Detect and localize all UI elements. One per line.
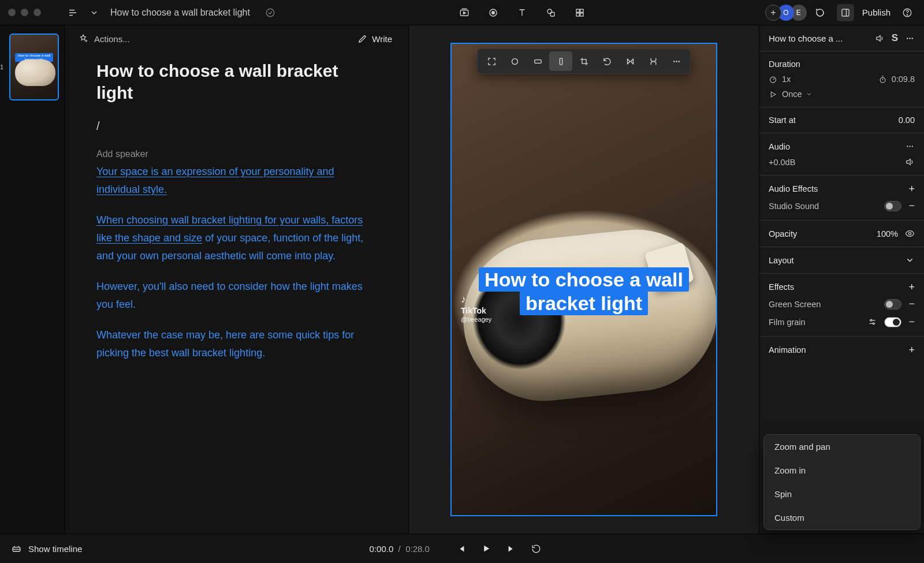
paragraph-1-link[interactable]: Your space is an expression of your pers…: [96, 166, 334, 195]
remove-icon[interactable]: −: [908, 316, 915, 328]
top-bar-right: + O E Publish: [765, 4, 916, 21]
loop-button[interactable]: [531, 544, 541, 554]
add-speaker-button[interactable]: Add speaker: [96, 149, 377, 159]
add-effect-button[interactable]: +: [908, 282, 915, 292]
add-collaborator-button[interactable]: +: [765, 5, 781, 21]
canvas-frame[interactable]: ♪ TikTok @beeagey How to choose a wall b…: [450, 43, 717, 516]
canvas-caption[interactable]: How to choose a wall bracket light: [462, 268, 706, 316]
svg-point-29: [907, 146, 908, 147]
sliders-icon[interactable]: [867, 317, 877, 327]
svg-marker-28: [771, 92, 776, 97]
publish-button[interactable]: Publish: [862, 8, 891, 17]
play-icon: [769, 90, 777, 99]
transport-controls: [456, 543, 541, 554]
add-audio-effect-button[interactable]: +: [908, 184, 915, 194]
aspect-circle-icon[interactable]: [503, 51, 526, 71]
svg-rect-11: [842, 9, 849, 16]
comments-button[interactable]: [811, 4, 829, 21]
paragraph-2[interactable]: When choosing wall bracket lighting for …: [96, 211, 377, 265]
document-title[interactable]: How to choose a wall bracket light: [110, 8, 250, 18]
more-icon[interactable]: [905, 141, 915, 151]
add-animation-button[interactable]: +: [908, 345, 915, 355]
scene-thumbnail[interactable]: How to choose a wall bracket light: [9, 33, 59, 100]
aspect-landscape-icon[interactable]: [526, 51, 549, 71]
loop-value[interactable]: Once: [782, 90, 802, 99]
script-body[interactable]: How to choose a wall bracket light / Add…: [65, 49, 408, 362]
play-button[interactable]: [481, 543, 491, 554]
speed-icon[interactable]: [642, 51, 665, 71]
start-at-row[interactable]: Start at 0.00: [759, 107, 924, 133]
show-timeline-button[interactable]: Show timeline: [12, 544, 82, 554]
svg-point-21: [676, 61, 677, 62]
slash-command[interactable]: /: [96, 120, 377, 133]
duration-label: Duration: [769, 59, 915, 69]
rotate-icon[interactable]: [595, 51, 619, 71]
scene-index: 1: [0, 64, 3, 70]
watermark-handle: @beeagey: [461, 316, 491, 323]
write-button[interactable]: Write: [357, 34, 392, 44]
svg-point-31: [912, 146, 913, 147]
canvas-panel: ♪ TikTok @beeagey How to choose a wall b…: [408, 25, 759, 534]
inspector-toggle-button[interactable]: [837, 4, 854, 21]
prev-button[interactable]: [456, 544, 466, 554]
layout-row[interactable]: Layout: [759, 247, 924, 274]
expand-icon[interactable]: [480, 51, 503, 71]
footer-bar: Show timeline 0:00.0 / 0:28.0: [0, 534, 924, 563]
s-icon[interactable]: S: [892, 32, 898, 44]
current-time: 0:00.0: [370, 544, 394, 554]
next-button[interactable]: [506, 544, 516, 554]
help-button[interactable]: [899, 4, 916, 21]
traffic-light-minimize[interactable]: [21, 9, 28, 16]
project-menu-button[interactable]: [64, 4, 81, 21]
film-grain-toggle[interactable]: [884, 317, 901, 327]
svg-point-0: [266, 9, 274, 17]
actions-button[interactable]: Actions...: [78, 33, 130, 44]
duration-section: Duration 1x 0:09.8 Once: [759, 51, 924, 107]
audio-section: Audio +0.0dB: [759, 133, 924, 176]
paragraph-4[interactable]: Whatever the case may be, here are some …: [96, 326, 377, 362]
effects-section: Effects + Green Screen − Film grain −: [759, 274, 924, 337]
eye-icon[interactable]: [905, 229, 915, 238]
remove-icon[interactable]: −: [908, 200, 915, 212]
traffic-light-close[interactable]: [8, 9, 16, 16]
opacity-value[interactable]: 100%: [877, 229, 898, 238]
volume-icon[interactable]: [875, 33, 885, 43]
green-screen-toggle[interactable]: [884, 299, 901, 310]
studio-sound-toggle[interactable]: [884, 201, 901, 211]
svg-point-22: [678, 61, 680, 62]
popover-item-spin[interactable]: Spin: [764, 482, 920, 506]
animation-row[interactable]: Animation +: [759, 337, 924, 363]
text-tool-button[interactable]: [513, 4, 531, 21]
more-icon[interactable]: [665, 51, 688, 71]
duration-value[interactable]: 0:09.8: [892, 74, 915, 84]
traffic-light-zoom[interactable]: [33, 9, 41, 16]
aspect-portrait-icon[interactable]: [549, 51, 572, 71]
templates-button[interactable]: [571, 4, 588, 21]
more-icon[interactable]: [905, 33, 915, 43]
media-library-button[interactable]: [456, 4, 473, 21]
popover-item-custom[interactable]: Custom: [764, 506, 920, 530]
crop-icon[interactable]: [572, 51, 595, 71]
paragraph-1[interactable]: Your space is an expression of your pers…: [96, 163, 377, 199]
start-at-value[interactable]: 0.00: [899, 115, 915, 125]
audio-gain[interactable]: +0.0dB: [769, 158, 795, 167]
svg-rect-7: [576, 9, 579, 12]
time-readout: 0:00.0 / 0:28.0: [370, 544, 430, 554]
speed-value[interactable]: 1x: [782, 74, 791, 84]
script-title[interactable]: How to choose a wall bracket light: [96, 60, 377, 103]
chevron-down-icon[interactable]: [905, 255, 915, 265]
chevron-down-icon[interactable]: [806, 91, 813, 98]
volume-icon[interactable]: [905, 157, 915, 167]
chevron-down-icon[interactable]: [90, 4, 99, 21]
inspector-panel: How to choose a ... S Duration 1x 0:09.8: [759, 25, 924, 534]
flip-icon[interactable]: [619, 51, 642, 71]
popover-item-zoom-and-pan[interactable]: Zoom and pan: [764, 435, 920, 458]
paragraph-3[interactable]: However, you'll also need to consider ho…: [96, 278, 377, 314]
popover-item-zoom-in[interactable]: Zoom in: [764, 458, 920, 482]
opacity-row[interactable]: Opacity 100%: [759, 221, 924, 247]
collaborators[interactable]: + O E: [765, 5, 803, 21]
record-button[interactable]: [485, 4, 502, 21]
svg-point-20: [673, 61, 675, 62]
shapes-tool-button[interactable]: [542, 4, 560, 21]
remove-icon[interactable]: −: [908, 298, 915, 310]
